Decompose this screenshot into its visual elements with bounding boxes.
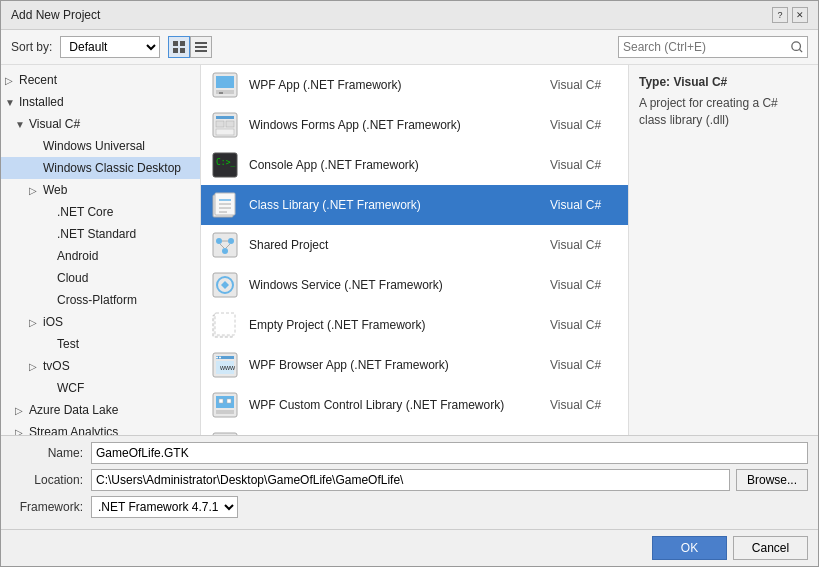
project-item-7[interactable]: Empty Project (.NET Framework)Visual C# [201,305,628,345]
action-row: OK Cancel [1,529,818,566]
location-label: Location: [11,473,91,487]
tree-item-android[interactable]: Android [1,245,200,267]
svg-rect-46 [219,399,223,403]
tree-item-windows-universal[interactable]: Windows Universal [1,135,200,157]
project-lang-1: Visual C# [550,78,620,92]
tree-item-windows-classic[interactable]: Windows Classic Desktop [1,157,200,179]
project-item-4[interactable]: Class Library (.NET Framework)Visual C# [201,185,628,225]
svg-rect-12 [219,92,223,94]
title-bar-controls: ? ✕ [772,7,808,23]
svg-text:www: www [219,364,236,371]
svg-rect-5 [195,46,207,48]
detail-panel: Type: Visual C# A project for creating a… [628,65,818,435]
tree-item-visual-csharp[interactable]: ▼ Visual C# [1,113,200,135]
grid-view-button[interactable] [168,36,190,58]
tree-item-net-standard[interactable]: .NET Standard [1,223,200,245]
svg-rect-10 [216,76,234,88]
tree-item-recent[interactable]: ▷ Recent [1,69,200,91]
project-icon-1 [209,69,241,101]
search-input[interactable] [619,40,787,54]
project-icon-6 [209,269,241,301]
svg-text:C:>_: C:>_ [216,158,235,167]
project-name-9: WPF Custom Control Library (.NET Framewo… [249,398,550,412]
detail-type: Type: Visual C# [639,75,808,89]
project-item-1[interactable]: WPF App (.NET Framework)Visual C# [201,65,628,105]
project-lang-4: Visual C# [550,198,620,212]
project-name-1: WPF App (.NET Framework) [249,78,550,92]
title-bar: Add New Project ? ✕ [1,1,818,30]
detail-type-label: Type: [639,75,670,89]
arrow-recent: ▷ [5,75,19,86]
svg-rect-14 [216,116,234,119]
help-button[interactable]: ? [772,7,788,23]
main-area: ▷ Recent ▼ Installed ▼ Visual C# [1,65,818,435]
svg-rect-47 [227,399,231,403]
project-lang-3: Visual C# [550,158,620,172]
form-area: Name: Location: Browse... Framework: .NE… [1,435,818,529]
tree-item-ios[interactable]: ▷ iOS [1,311,200,333]
project-icon-4 [209,189,241,221]
project-name-7: Empty Project (.NET Framework) [249,318,550,332]
project-lang-9: Visual C# [550,398,620,412]
tree-item-web[interactable]: ▷ Web [1,179,200,201]
svg-rect-48 [216,410,234,414]
project-item-5[interactable]: Shared ProjectVisual C# [201,225,628,265]
project-item-8[interactable]: wwwWPF Browser App (.NET Framework)Visua… [201,345,628,385]
svg-rect-16 [226,121,234,127]
svg-point-28 [228,238,234,244]
svg-rect-37 [215,313,235,335]
framework-select[interactable]: .NET Framework 4.7.1 [91,496,238,518]
tree-item-net-core[interactable]: .NET Core [1,201,200,223]
svg-rect-17 [216,129,234,135]
search-icon[interactable] [787,36,807,58]
project-item-9[interactable]: WPF Custom Control Library (.NET Framewo… [201,385,628,425]
svg-rect-45 [216,396,234,408]
project-lang-5: Visual C# [550,238,620,252]
project-icon-3: C:>_ [209,149,241,181]
project-item-2[interactable]: Windows Forms App (.NET Framework)Visual… [201,105,628,145]
location-row: Location: Browse... [11,469,808,491]
name-label: Name: [11,446,91,460]
svg-rect-15 [216,121,224,127]
location-input[interactable] [91,469,730,491]
svg-rect-4 [195,42,207,44]
project-icon-7 [209,309,241,341]
dialog-title: Add New Project [11,8,100,22]
project-list: WPF App (.NET Framework)Visual C#Windows… [201,65,628,435]
sort-by-label: Sort by: [11,40,52,54]
tree-item-azure-data-lake[interactable]: ▷ Azure Data Lake [1,399,200,421]
project-name-8: WPF Browser App (.NET Framework) [249,358,550,372]
list-view-button[interactable] [190,36,212,58]
svg-point-40 [216,357,218,359]
sort-select[interactable]: Default [60,36,160,58]
project-item-3[interactable]: C:>_Console App (.NET Framework)Visual C… [201,145,628,185]
tree-item-stream-analytics[interactable]: ▷ Stream Analytics [1,421,200,435]
svg-rect-2 [173,48,178,53]
close-button[interactable]: ✕ [792,7,808,23]
tree-item-cloud[interactable]: Cloud [1,267,200,289]
svg-point-29 [222,248,228,254]
project-icon-5 [209,229,241,261]
svg-rect-11 [216,90,234,94]
ok-button[interactable]: OK [652,536,727,560]
tree-item-tvos[interactable]: ▷ tvOS [1,355,200,377]
left-panel: ▷ Recent ▼ Installed ▼ Visual C# [1,65,201,435]
project-lang-7: Visual C# [550,318,620,332]
svg-rect-1 [180,41,185,46]
tree-item-wcf[interactable]: WCF [1,377,200,399]
project-lang-8: Visual C# [550,358,620,372]
browse-button[interactable]: Browse... [736,469,808,491]
project-name-2: Windows Forms App (.NET Framework) [249,118,550,132]
tree-item-installed[interactable]: ▼ Installed [1,91,200,113]
svg-point-7 [792,42,801,51]
cancel-button[interactable]: Cancel [733,536,808,560]
project-lang-2: Visual C# [550,118,620,132]
framework-label: Framework: [11,500,91,514]
name-input[interactable] [91,442,808,464]
project-item-6[interactable]: Windows Service (.NET Framework)Visual C… [201,265,628,305]
tree-item-cross-platform[interactable]: Cross-Platform [1,289,200,311]
tree-item-test[interactable]: Test [1,333,200,355]
svg-rect-6 [195,50,207,52]
project-item-10[interactable]: WPF User Control Library (.NET Framework… [201,425,628,435]
project-icon-8: www [209,349,241,381]
